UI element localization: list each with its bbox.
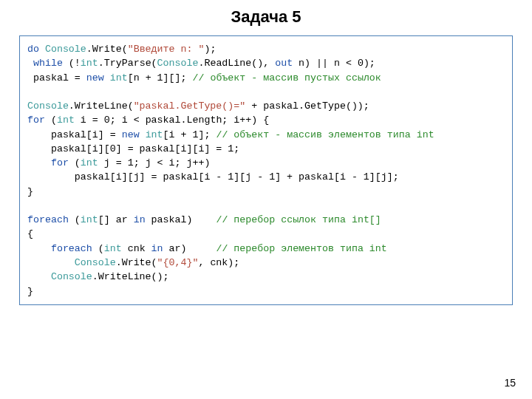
code-text: (! — [63, 58, 81, 69]
pad — [27, 72, 33, 83]
kw-out: out — [275, 58, 293, 69]
str: "paskal.GetType()=" — [134, 100, 246, 112]
code-text: ( — [69, 214, 81, 225]
comment: // перебор элементов типа int — [216, 243, 386, 254]
typ-int: int — [146, 129, 163, 140]
kw-foreach: foreach — [27, 214, 69, 225]
typ-console: Console — [75, 257, 116, 268]
code-text: .TryParse( — [98, 58, 157, 69]
code-text: .Write( — [86, 44, 128, 55]
code-text: ( — [92, 243, 104, 254]
typ-console: Console — [27, 100, 69, 112]
code-text: ( — [45, 115, 57, 126]
typ-int: int — [81, 58, 98, 69]
code-block: do Console.Write("Введите n: "); while (… — [19, 35, 513, 305]
code-text: paskal) — [146, 214, 216, 225]
comment: // объект - массив элементов типа int — [216, 129, 434, 140]
pad — [27, 157, 51, 168]
code-text: paskal = — [33, 72, 86, 83]
pad — [27, 171, 75, 183]
pad — [27, 143, 51, 154]
code-text: i = 0; i < paskal.Length; i++) { — [75, 115, 269, 126]
kw-for: for — [27, 115, 45, 126]
code-text: [] ar — [98, 214, 134, 225]
str: "{0,4}" — [157, 257, 199, 268]
kw-in: in — [134, 214, 146, 225]
code-text: cnk — [122, 243, 151, 254]
code-text: paskal[i] = — [51, 129, 122, 140]
code-text: + paskal.GetType()); — [245, 100, 369, 112]
pad — [27, 58, 33, 69]
typ-int: int — [104, 243, 122, 254]
code-text: ar) — [163, 243, 216, 254]
code-text: [n + 1][]; — [128, 72, 193, 83]
kw-for: for — [51, 157, 69, 168]
code-text: { — [27, 228, 33, 239]
kw-foreach: foreach — [51, 243, 92, 254]
code-text: .Write( — [116, 257, 157, 268]
pad — [27, 271, 51, 282]
code-text — [140, 129, 146, 140]
code-text: .WriteLine( — [69, 100, 134, 112]
code-text: .ReadLine(), — [198, 58, 275, 69]
kw-while: while — [33, 58, 63, 69]
code-text: [i + 1]; — [163, 129, 216, 140]
code-text: paskal[i][j] = paskal[i - 1][j - 1] + pa… — [75, 171, 399, 183]
code-text: ); — [204, 44, 216, 55]
code-text: j = 1; j < i; j++) — [98, 157, 211, 168]
slide-title: Задача 5 — [0, 0, 532, 35]
code-text: } — [27, 286, 33, 297]
kw-do: do — [27, 44, 39, 55]
pad — [27, 129, 51, 140]
typ-int: int — [81, 157, 98, 168]
code-text: } — [27, 186, 33, 197]
code-text: paskal[i][0] = paskal[i][i] = 1; — [51, 143, 239, 154]
code-text: , cnk); — [198, 257, 239, 268]
kw-new: new — [86, 72, 104, 83]
code-text: .WriteLine(); — [92, 271, 169, 282]
code-text — [104, 72, 110, 83]
typ-console: Console — [51, 271, 92, 282]
pad — [27, 257, 75, 268]
page-number: 15 — [504, 377, 516, 389]
comment: // объект - массив пустых ссылок — [192, 72, 381, 83]
kw-new: new — [122, 129, 140, 140]
pad — [27, 243, 51, 254]
typ-int: int — [110, 72, 128, 83]
typ-console: Console — [45, 44, 86, 55]
code-text: n) || n < 0); — [293, 58, 375, 69]
comment: // перебор ссылок типа int[] — [216, 214, 381, 225]
kw-in: in — [151, 243, 163, 254]
typ-console: Console — [157, 58, 199, 69]
typ-int: int — [81, 214, 98, 225]
str: "Введите n: " — [128, 44, 205, 55]
typ-int: int — [57, 115, 75, 126]
code-text: ( — [69, 157, 81, 168]
